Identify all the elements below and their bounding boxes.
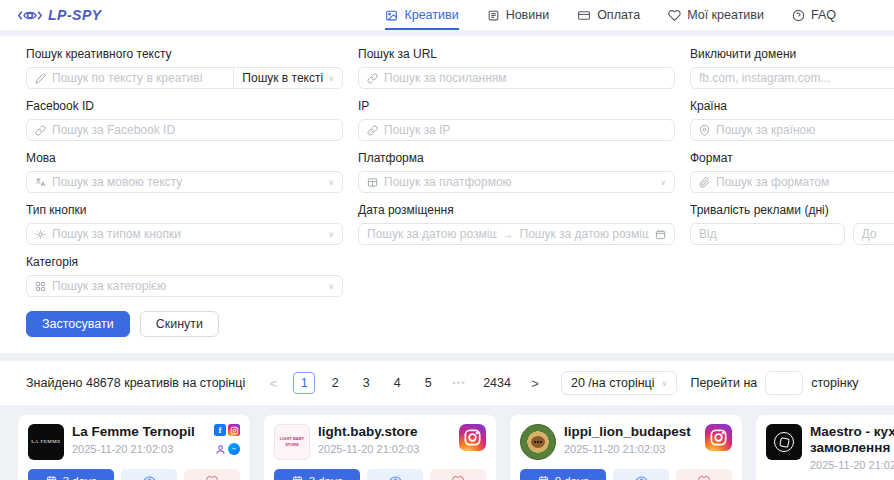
card-date: 2025-11-20 21:02:03	[318, 443, 451, 455]
calendar-icon	[292, 475, 303, 480]
category-select[interactable]: Пошук за категорією ∨	[26, 275, 343, 297]
field-duration: Тривалість реклами (дні) Від До	[690, 203, 894, 245]
card-title: Maestro - кухні, меблі на замовлення в У…	[810, 424, 894, 456]
creative-card[interactable]: LA FEMME La Femme Ternopil 2025-11-20 21…	[18, 415, 250, 480]
nav-payment[interactable]: Оплата	[577, 0, 640, 30]
views-button[interactable]	[121, 469, 177, 480]
nav-label: Мої креативи	[687, 8, 764, 22]
input-placeholder: Від	[699, 227, 836, 241]
days-badge-button[interactable]: 3 days	[28, 469, 114, 480]
facebook-id-input[interactable]: Пошук за Facebook ID	[26, 119, 343, 141]
gear-icon	[35, 229, 46, 240]
text-search-mode-select[interactable]: Пошук в тексті ∨	[233, 68, 342, 88]
prev-page-button[interactable]: <	[262, 372, 284, 394]
page-button-1[interactable]: 1	[293, 372, 315, 394]
days-label: 3 days	[63, 475, 97, 480]
avatar	[520, 424, 556, 460]
facebook-icon[interactable]: f	[214, 424, 226, 436]
page-button-4[interactable]: 4	[386, 372, 408, 394]
ip-input[interactable]: Пошук за IP	[358, 119, 675, 141]
logo-text: LP-SPY	[48, 7, 102, 23]
creative-card[interactable]: Maestro - кухні, меблі на замовлення в У…	[756, 415, 894, 480]
heart-icon	[206, 475, 218, 480]
creatives-grid: LA FEMME La Femme Ternopil 2025-11-20 21…	[0, 415, 894, 480]
duration-from-input[interactable]: Від	[690, 223, 845, 245]
select-value: Пошук в тексті	[242, 71, 323, 85]
page-button-last[interactable]: 2434	[479, 372, 515, 394]
field-label: Формат	[690, 151, 894, 165]
favorite-button[interactable]	[184, 469, 240, 480]
filter-panel: Пошук креативного тексту Пошук по тексту…	[0, 36, 894, 353]
nav-label: Оплата	[597, 8, 640, 22]
field-button-type: Тип кнопки Пошук за типом кнопки ∨	[26, 203, 343, 245]
nav-creatives[interactable]: Креативи	[385, 0, 458, 30]
card-date: 2025-11-20 21:02:03	[72, 443, 206, 455]
views-button[interactable]	[613, 469, 669, 480]
field-category: Категорія Пошук за категорією ∨	[26, 255, 343, 297]
page-button-5[interactable]: 5	[417, 372, 439, 394]
chevron-down-icon: ∨	[328, 282, 334, 291]
favorite-button[interactable]	[430, 469, 486, 480]
input-placeholder: Пошук за IP	[384, 123, 666, 137]
messenger-icon[interactable]	[228, 443, 240, 455]
favorite-button[interactable]	[676, 469, 732, 480]
url-input[interactable]: Пошук за посиланням	[358, 67, 675, 89]
field-label: Категорія	[26, 255, 343, 269]
arrow-right-icon: →	[503, 228, 514, 240]
grid-icon	[35, 281, 46, 292]
field-label: Facebook ID	[26, 99, 343, 113]
country-input[interactable]: Пошук за країною	[690, 119, 894, 141]
exclude-domains-input[interactable]: fb.com, instagram.com...	[690, 67, 894, 89]
results-count: Знайдено 48678 креативів на сторінці	[26, 376, 245, 390]
days-badge-button[interactable]: 0 days	[520, 469, 606, 480]
language-select[interactable]: Пошук за мовою тексту ∨	[26, 171, 343, 193]
input-placeholder: fb.com, instagram.com...	[699, 71, 894, 85]
days-label: 0 days	[555, 475, 589, 480]
nav-news[interactable]: Новини	[487, 0, 550, 30]
jump-page-input[interactable]	[765, 371, 803, 395]
pen-icon	[35, 73, 46, 84]
views-button[interactable]	[367, 469, 423, 480]
field-language: Мова Пошук за мовою тексту ∨	[26, 151, 343, 193]
field-creative-text: Пошук креативного тексту Пошук по тексту…	[26, 47, 343, 89]
logo[interactable]: LP-SPY	[18, 7, 102, 23]
field-format: Формат Пошук за форматом	[690, 151, 894, 193]
creative-card[interactable]: LIGHT BABY STORE light.baby.store 2025-1…	[264, 415, 496, 480]
avatar: LIGHT BABY STORE	[274, 424, 310, 460]
news-icon	[487, 9, 500, 22]
duration-to-input[interactable]: До	[853, 223, 894, 245]
page-size-select[interactable]: 20 /на сторінці ∨	[561, 371, 677, 395]
page-button-2[interactable]: 2	[324, 372, 346, 394]
apply-button[interactable]: Застосувати	[26, 311, 130, 337]
nav-faq[interactable]: FAQ	[792, 0, 836, 30]
chevron-down-icon: ∨	[328, 74, 334, 83]
platform-select[interactable]: Пошук за платформою ∨	[358, 171, 675, 193]
instagram-icon[interactable]	[459, 424, 486, 451]
days-badge-button[interactable]: 3 days	[274, 469, 360, 480]
button-type-select[interactable]: Пошук за типом кнопки ∨	[26, 223, 343, 245]
instagram-icon[interactable]	[228, 424, 240, 436]
creative-card[interactable]: lippi_lion_budapest 2025-11-20 21:02:03 …	[510, 415, 742, 480]
input-placeholder: Пошук за категорією	[52, 279, 322, 293]
profile-icon[interactable]	[214, 443, 226, 455]
creative-text-input[interactable]: Пошук по тексту в креативі Пошук в текст…	[26, 67, 343, 89]
input-placeholder: Пошук за Facebook ID	[52, 123, 334, 137]
next-page-button[interactable]: >	[524, 372, 546, 394]
heart-icon	[698, 475, 710, 480]
map-pin-icon	[699, 125, 710, 136]
reset-button[interactable]: Скинути	[140, 311, 219, 337]
field-country: Країна Пошук за країною	[690, 99, 894, 141]
placement-date-range-picker[interactable]: Пошук за датою розміщення → Пошук за дат…	[358, 223, 675, 245]
format-input[interactable]: Пошук за форматом	[690, 171, 894, 193]
eye-icon	[389, 474, 402, 480]
pagination-ellipsis[interactable]: •••	[448, 372, 470, 394]
card-date: 2025-11-20 21:02:03	[810, 459, 894, 471]
nav-my-creatives[interactable]: Мої креативи	[668, 0, 764, 30]
nav-label: Новини	[506, 8, 550, 22]
calendar-icon	[46, 475, 57, 480]
eye-logo-icon	[18, 8, 42, 23]
heart-icon	[668, 9, 681, 22]
link-icon	[367, 73, 378, 84]
page-button-3[interactable]: 3	[355, 372, 377, 394]
instagram-icon[interactable]	[705, 424, 732, 451]
